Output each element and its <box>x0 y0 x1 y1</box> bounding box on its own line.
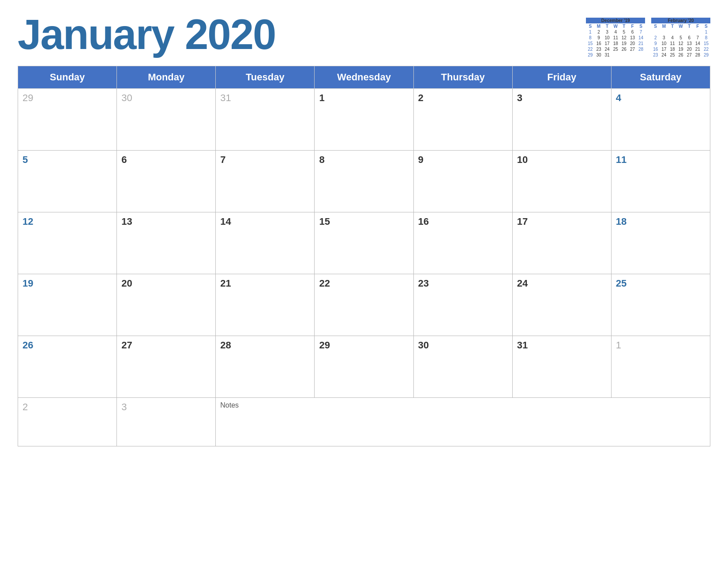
notes-row: 2 3 Notes <box>18 398 710 446</box>
cell-jan23: 23 <box>413 274 512 336</box>
cell-jan11: 11 <box>611 151 710 212</box>
cell-jan22: 22 <box>315 274 413 336</box>
cell-feb2: 2 <box>18 398 117 446</box>
week-row-5: 26 27 28 29 30 31 1 <box>18 336 710 398</box>
dec-dh-wed: W <box>612 23 620 29</box>
cell-feb1: 1 <box>611 336 710 398</box>
cell-dec31: 31 <box>216 89 315 151</box>
cell-jan2: 2 <box>413 89 512 151</box>
cell-dec29: 29 <box>18 89 117 151</box>
cell-jan21: 21 <box>216 274 315 336</box>
dec-dh-fri: F <box>628 23 637 29</box>
cell-dec30: 30 <box>117 89 216 151</box>
cell-jan4: 4 <box>611 89 710 151</box>
week-row-2: 5 6 7 8 9 10 11 <box>18 151 710 212</box>
dec-dh-mon: M <box>594 23 603 29</box>
cell-jan3: 3 <box>512 89 611 151</box>
cell-jan15: 15 <box>315 212 413 274</box>
cell-jan30: 30 <box>413 336 512 398</box>
notes-label: Notes <box>220 401 239 409</box>
cell-jan18: 18 <box>611 212 710 274</box>
month-title: January 2020 <box>18 13 275 56</box>
top-section: January 2020 December '19 S M T W T F S … <box>18 13 710 58</box>
calendar-grid: Sunday Monday Tuesday Wednesday Thursday… <box>18 66 710 446</box>
cell-jan25: 25 <box>611 274 710 336</box>
week-row-3: 12 13 14 15 16 17 18 <box>18 212 710 274</box>
header-tuesday: Tuesday <box>216 66 315 89</box>
week-row-4: 19 20 21 22 23 24 25 <box>18 274 710 336</box>
cell-jan8: 8 <box>315 151 413 212</box>
dec-dh-thu: T <box>620 23 628 29</box>
cell-jan1: 1 <box>315 89 413 151</box>
mini-calendars: December '19 S M T W T F S 1234567 89101… <box>586 18 710 58</box>
header-wednesday: Wednesday <box>315 66 413 89</box>
header-thursday: Thursday <box>413 66 512 89</box>
header-sunday: Sunday <box>18 66 117 89</box>
cell-jan24: 24 <box>512 274 611 336</box>
mini-cal-february: February '20 S M T W T F S 1 2345678 <box>651 18 710 58</box>
feb-title: February '20 <box>651 18 710 23</box>
cell-jan14: 14 <box>216 212 315 274</box>
cell-jan28: 28 <box>216 336 315 398</box>
cell-jan27: 27 <box>117 336 216 398</box>
cell-jan31: 31 <box>512 336 611 398</box>
cell-jan13: 13 <box>117 212 216 274</box>
cell-jan17: 17 <box>512 212 611 274</box>
cell-jan29: 29 <box>315 336 413 398</box>
dec-title: December '19 <box>586 18 645 23</box>
cell-jan9: 9 <box>413 151 512 212</box>
cell-jan26: 26 <box>18 336 117 398</box>
week-row-1: 29 30 31 1 2 3 4 <box>18 89 710 151</box>
header-monday: Monday <box>117 66 216 89</box>
dec-dh-sat: S <box>637 23 645 29</box>
cell-jan10: 10 <box>512 151 611 212</box>
dec-dh-sun: S <box>586 23 594 29</box>
header-friday: Friday <box>512 66 611 89</box>
cell-jan6: 6 <box>117 151 216 212</box>
notes-area: Notes <box>216 398 710 446</box>
cell-jan20: 20 <box>117 274 216 336</box>
day-header-row: Sunday Monday Tuesday Wednesday Thursday… <box>18 66 710 89</box>
cell-jan7: 7 <box>216 151 315 212</box>
cell-jan5: 5 <box>18 151 117 212</box>
cell-jan16: 16 <box>413 212 512 274</box>
mini-cal-december: December '19 S M T W T F S 1234567 89101… <box>586 18 645 58</box>
header-saturday: Saturday <box>611 66 710 89</box>
cell-jan12: 12 <box>18 212 117 274</box>
cell-jan19: 19 <box>18 274 117 336</box>
cell-feb3: 3 <box>117 398 216 446</box>
dec-dh-tue: T <box>603 23 612 29</box>
